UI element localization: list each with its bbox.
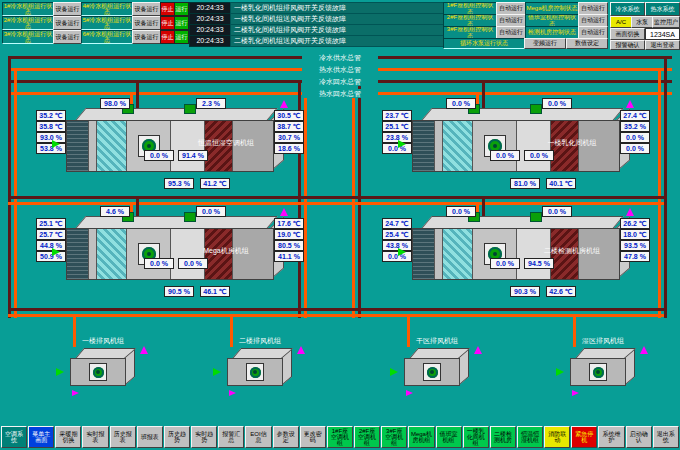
stop-indicator: 停止 (160, 2, 175, 16)
screen-switch-button[interactable]: 画面切换 (610, 28, 645, 40)
pump-button[interactable]: 水泵 (631, 16, 653, 28)
toolbar-button-ahu[interactable]: 恒温恒湿机组 (517, 426, 543, 448)
return-readout: 46.1 ℃ (200, 286, 230, 297)
airflow-arrow (56, 368, 64, 376)
chiller-status-label: 2#冷水机组运行状态 (2, 16, 54, 30)
humidity-readout: 0.0 % (382, 251, 412, 262)
toolbar-button[interactable]: 实时趋势 (191, 426, 217, 448)
temp-readout: 17.6 ℃ (274, 218, 304, 229)
exhaust-front (70, 358, 126, 386)
spacer-section (89, 229, 97, 279)
humidity-readout: 23.8 % (382, 132, 412, 143)
temp-readout: 30.5 ℃ (274, 110, 304, 121)
roof-fan-icon (530, 104, 542, 114)
exhaust-front (404, 358, 460, 386)
humidity-readout: 18.6 % (274, 143, 304, 154)
chiller-status-button[interactable]: 设备运行 (132, 30, 161, 44)
airflow-arrow (398, 140, 406, 148)
toolbar-button[interactable]: 系统维护 (598, 426, 624, 448)
unit-name: 二楼检测机房机组 (528, 246, 616, 256)
pump-status-button[interactable]: 变频运行 (524, 38, 566, 49)
temp-readout: 35.2 ℃ (36, 110, 66, 121)
toolbar-button[interactable]: 报警汇总 (218, 426, 244, 448)
alarm-ack-button[interactable]: 报警确认 (610, 40, 645, 50)
cold-water-system-button[interactable]: 冷水系统 (610, 2, 645, 16)
ahu-body: 一楼乳化间机组 (412, 108, 618, 172)
airflow-arrow (556, 368, 564, 376)
pipe-label: 热水回水总管 (302, 89, 378, 98)
temp-readout: 25.7 ℃ (36, 229, 66, 240)
unit-name: 恒温恒湿空调机组 (182, 138, 270, 148)
toolbar-button-ahu[interactable]: 3#F座空调机组 (381, 426, 407, 448)
spacer-section (435, 121, 443, 171)
toolbar-button-main-menu[interactable]: 菜单主画面 (28, 426, 54, 448)
exhaust-body (227, 348, 291, 388)
exhaust-arrow (297, 346, 305, 354)
toolbar-button-system[interactable]: 空调系统 (1, 426, 27, 448)
hot-water-system-button[interactable]: 热水系统 (645, 2, 680, 16)
toolbar-button[interactable]: 采暖期切换 (55, 426, 81, 448)
damper-readout: 0.0 % (542, 206, 572, 217)
logout-button[interactable]: 退出登录 (645, 40, 680, 50)
temp-readout: 19.0 ℃ (274, 229, 304, 240)
ahu-unit-3: 25.1 ℃ 25.7 ℃ 44.8 % 50.9 % 4.6 % 0.0 % … (36, 212, 302, 312)
run-indicator: 运行 (174, 16, 189, 30)
pipe-riser (8, 56, 11, 318)
ac-button[interactable]: A/C (610, 16, 632, 28)
toolbar-button-estop[interactable]: 紧急停机 (571, 426, 597, 448)
chiller-status-button[interactable]: 设备运行 (53, 30, 82, 44)
chiller-status-button[interactable]: 设备运行 (53, 2, 82, 16)
toolbar-button-ahu[interactable]: 1#F座空调机组 (327, 426, 353, 448)
toolbar-button-ahu[interactable]: 二楼检测机房 (490, 426, 516, 448)
alarm-time: 20:24:33 (189, 35, 231, 47)
temp-readout: 24.7 ℃ (382, 218, 412, 229)
toolbar-button[interactable]: 历史报表 (110, 426, 136, 448)
alarm-message[interactable]: 二楼乳化间机组送风阀开关反馈故障 (230, 35, 445, 47)
damper-readout: 98.0 % (100, 98, 130, 109)
airflow-arrow (572, 390, 579, 396)
toolbar-button-ahu[interactable]: 一楼乳化间机组 (463, 426, 489, 448)
airflow-arrow (390, 368, 398, 376)
return-readout: 81.0 % (510, 178, 540, 189)
access-door (67, 121, 89, 171)
setpoint-button[interactable]: 数值设定 (566, 38, 608, 49)
toolbar-button-exit[interactable]: 退出系统 (653, 426, 679, 448)
toolbar-button[interactable]: 参数设定 (273, 426, 299, 448)
toolbar-button[interactable]: 启动确认 (626, 426, 652, 448)
toolbar-button-fire[interactable]: 消防联动 (544, 426, 570, 448)
damper-readout: 0.0 % (446, 206, 476, 217)
ahu-body: Mega机房机组 (66, 216, 272, 280)
temp-readout: 26.2 ℃ (620, 218, 650, 229)
chiller-status-button[interactable]: 设备运行 (53, 16, 82, 30)
humidity-readout: 93.0 % (36, 132, 66, 143)
toolbar-button[interactable]: 历史趋势 (164, 426, 190, 448)
cooling-coil-section (443, 229, 473, 279)
chiller-status-label: 5#冷水机组运行状态 (81, 16, 133, 30)
toolbar-button-ahu[interactable]: 2#F座空调机组 (354, 426, 380, 448)
ahu-unit-4: 24.7 ℃ 25.4 ℃ 43.8 % 0.0 % 0.0 % 0.0 % 2… (382, 212, 648, 312)
toolbar-button[interactable]: 更改密码 (300, 426, 326, 448)
toolbar-button[interactable]: 班报表 (137, 426, 163, 448)
bottom-toolbar: 空调系统 菜单主画面 采暖期切换 实时报表 历史报表 班报表 历史趋势 实时趋势… (1, 426, 679, 448)
fan-box (589, 363, 607, 381)
temp-readout: 25.1 ℃ (36, 218, 66, 229)
supply-fan-section (127, 229, 171, 279)
valve-readout: 0.0 % (490, 258, 520, 269)
cooling-coil-section (443, 121, 473, 171)
toolbar-button[interactable]: 实时报表 (82, 426, 108, 448)
chiller-status-button[interactable]: 设备运行 (132, 2, 161, 16)
airflow-arrow (229, 390, 236, 396)
airflow-arrow (52, 140, 60, 148)
exhaust-arrow (626, 208, 634, 216)
pump-status-label: 循环水泵运行状态 (443, 38, 525, 49)
chiller-status-button[interactable]: 设备运行 (132, 16, 161, 30)
user-button[interactable]: 监控用户 (652, 16, 680, 28)
return-readout: 90.5 % (164, 286, 194, 297)
toolbar-button-ahu[interactable]: 值班室机组 (436, 426, 462, 448)
toolbar-button[interactable]: EOI信息 (245, 426, 271, 448)
scada-hvac-screen: 1#冷水机组运行状态 设备运行 4#冷水机组运行状态 设备运行 停止 运行 2#… (0, 0, 680, 450)
toolbar-button-ahu[interactable]: Mega机房机组 (408, 426, 434, 448)
fan-box (423, 363, 441, 381)
pipe-riser (352, 92, 355, 318)
return-readout: 95.3 % (164, 178, 194, 189)
